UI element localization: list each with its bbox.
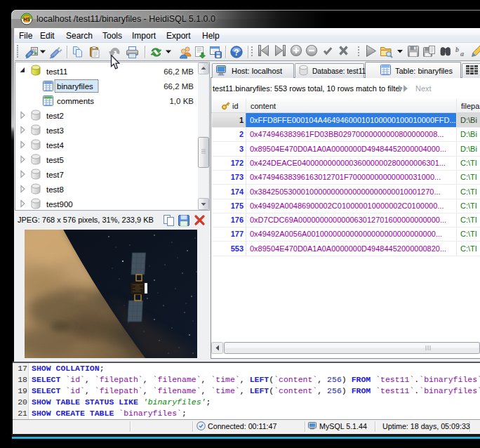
svg-text:HS: HS [23, 17, 30, 22]
svg-text:a: a [460, 50, 464, 58]
svg-text:b: b [455, 46, 459, 53]
svg-text:?: ? [234, 48, 239, 58]
